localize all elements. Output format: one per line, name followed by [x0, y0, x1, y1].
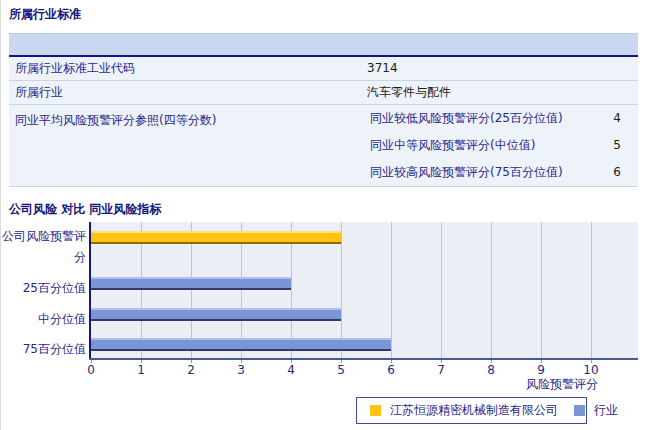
industry-p75-bar: [91, 338, 391, 351]
row-value: 汽车零件与配件: [367, 81, 638, 104]
sub-row-label: 同业较低风险预警评分(25百分位值): [367, 105, 581, 132]
x-tick-label: 5: [321, 363, 361, 377]
chart-legend: 江苏恒源精密机械制造有限公司 行业: [356, 397, 587, 424]
x-tick-label: 4: [271, 363, 311, 377]
row-label: 同业平均风险预警评分参照(四等分数): [9, 105, 367, 186]
row-value: 3714: [367, 57, 638, 80]
x-tick-label: 3: [221, 363, 261, 377]
sub-row-value: 4: [581, 105, 621, 132]
row-label: 所属行业标准工业代码: [9, 57, 367, 80]
sub-row: 同业较低风险预警评分(25百分位值) 4: [367, 105, 638, 132]
table-header-row: [9, 33, 638, 57]
company-legend-label: 江苏恒源精密机械制造有限公司: [390, 402, 558, 419]
sub-row-value: 5: [581, 132, 621, 159]
gridline: [491, 222, 492, 358]
x-tick-label: 7: [421, 363, 461, 377]
x-tick-label: 9: [521, 363, 561, 377]
sub-row: 同业中等风险预警评分(中位值) 5: [367, 132, 638, 159]
category-label: 公司风险预警评分: [1, 226, 86, 268]
sub-row-value: 6: [581, 159, 621, 186]
sub-row-label: 同业中等风险预警评分(中位值): [367, 132, 581, 159]
x-tick-label: 8: [471, 363, 511, 377]
gridline: [441, 222, 442, 358]
x-tick-label: 0: [71, 363, 111, 377]
sub-row: 同业较高风险预警评分(75百分位值) 6: [367, 159, 638, 186]
industry-legend-swatch: [574, 405, 585, 416]
quartile-sub-rows: 同业较低风险预警评分(25百分位值) 4 同业中等风险预警评分(中位值) 5 同…: [367, 105, 638, 186]
gridline: [391, 222, 392, 358]
x-tick-label: 2: [171, 363, 211, 377]
category-label: 中分位值: [1, 309, 86, 330]
row-label: 所属行业: [9, 81, 367, 104]
industry-standard-table: 所属行业标准工业代码 3714 所属行业 汽车零件与配件 同业平均风险预警评分参…: [9, 33, 638, 187]
industry-median-bar: [91, 308, 341, 321]
section-title-risk-comparison: 公司风险 对比 同业风险指标: [9, 201, 161, 218]
sub-row-label: 同业较高风险预警评分(75百分位值): [367, 159, 581, 186]
gridline: [541, 222, 542, 358]
x-tick-label: 10: [571, 363, 611, 377]
x-axis-label: 风险预警评分: [458, 376, 598, 393]
industry-p25-bar: [91, 277, 291, 290]
table-row: 同业平均风险预警评分参照(四等分数) 同业较低风险预警评分(25百分位值) 4 …: [9, 105, 638, 187]
category-label: 25百分位值: [1, 278, 86, 299]
section-title-industry-standard: 所属行业标准: [9, 6, 81, 23]
gridline: [591, 222, 592, 358]
company-legend-swatch: [370, 405, 381, 416]
company-score-bar: [91, 231, 341, 244]
x-tick-label: 1: [121, 363, 161, 377]
industry-legend-label: 行业: [594, 402, 618, 419]
x-tick-label: 6: [371, 363, 411, 377]
table-row: 所属行业标准工业代码 3714: [9, 57, 638, 81]
table-row: 所属行业 汽车零件与配件: [9, 81, 638, 105]
category-label: 75百分位值: [1, 339, 86, 360]
report-page: 所属行业标准 所属行业标准工业代码 3714 所属行业 汽车零件与配件 同业平均…: [0, 0, 651, 430]
